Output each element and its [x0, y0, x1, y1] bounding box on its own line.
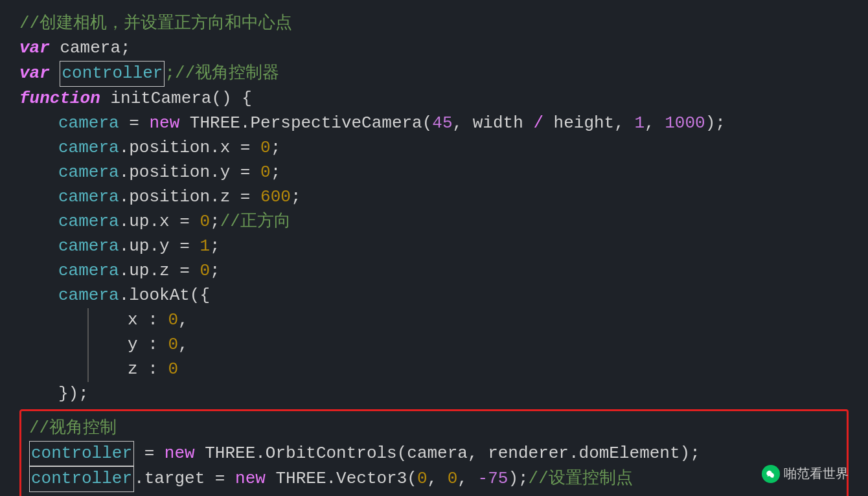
- controller-boxed-2: controller: [29, 441, 134, 467]
- camera-up-y-obj: camera: [58, 234, 119, 259]
- val-1-uy: 1: [200, 234, 210, 259]
- prop-y: y :: [128, 333, 168, 357]
- code-editor: //创建相机，并设置正方向和中心点 var camera; var contro…: [0, 0, 868, 496]
- code-line-up-y: camera .up.y = 1 ;: [19, 234, 849, 259]
- keyword-new1: new: [149, 111, 179, 136]
- val-v3-0b: 0: [448, 467, 458, 491]
- camera-up-x-obj: camera: [58, 210, 119, 234]
- val-x: 0: [168, 308, 178, 333]
- close-v3: );: [508, 467, 528, 491]
- code-line-x: x : 0 ,: [89, 308, 849, 333]
- var-camera-text: camera;: [50, 36, 131, 61]
- camera-up-z-obj: camera: [58, 259, 119, 284]
- equals1: =: [119, 111, 150, 136]
- vector3-text: THREE.Vector3(: [266, 467, 417, 491]
- camera-lookat-obj: camera: [58, 284, 119, 308]
- semi2: ;: [271, 161, 281, 185]
- code-line-close-obj: });: [19, 382, 849, 407]
- comma-y: ,: [178, 333, 188, 357]
- dot5: .up.y =: [119, 234, 200, 259]
- val-0-ux: 0: [200, 210, 210, 234]
- comma-v2: ,: [457, 467, 477, 491]
- lookat-text: .lookAt({: [119, 284, 210, 308]
- operator-div: /: [533, 111, 543, 136]
- code-line-controller1: controller = new THREE.OrbitControls(cam…: [29, 441, 839, 467]
- dot4: .up.x =: [119, 210, 200, 234]
- keyword-new3: new: [235, 467, 266, 491]
- keyword-var1: var: [19, 36, 50, 61]
- dot6: .up.z =: [119, 259, 200, 284]
- dot2: .position.y =: [119, 161, 260, 185]
- camera-pos-x-obj: camera: [58, 136, 119, 161]
- watermark-text: 啪范看世界: [784, 464, 849, 483]
- target-text: .target =: [134, 467, 235, 491]
- code-line-var-camera: var camera;: [19, 36, 849, 61]
- code-line-comment1: //创建相机，并设置正方向和中心点: [19, 12, 849, 36]
- semi5: ;: [210, 234, 220, 259]
- semi1: ;: [271, 136, 281, 161]
- val-v3-neg75: -75: [478, 467, 508, 491]
- semi3: ;: [291, 185, 301, 210]
- controller-boxed-1: controller: [60, 61, 165, 87]
- controller-boxed-3: controller: [29, 466, 134, 492]
- code-line-pos-x: camera .position.x = 0 ;: [19, 136, 849, 161]
- prop-z: z :: [128, 357, 168, 382]
- num-1000: 1000: [665, 111, 705, 136]
- semi4: ;: [210, 210, 220, 234]
- code-line-var-controller: var controller ;//视角控制器: [19, 61, 849, 87]
- close-brace-paren: });: [58, 382, 89, 407]
- comment-controller: ;//视角控制器: [165, 62, 279, 86]
- wechat-icon: [762, 465, 780, 483]
- equals2: =: [134, 442, 165, 466]
- comment-create-camera: //创建相机，并设置正方向和中心点: [19, 12, 292, 36]
- num-45: 45: [432, 111, 452, 136]
- dot3: .position.z =: [119, 185, 260, 210]
- code-line-comment-view: //视角控制: [29, 416, 839, 441]
- val-600: 600: [260, 185, 291, 210]
- keyword-var2: var: [19, 62, 50, 86]
- keyword-function: function: [19, 87, 100, 111]
- dot1: .position.x =: [119, 136, 260, 161]
- code-line-camera-new: camera = new THREE.PerspectiveCamera( 45…: [19, 111, 849, 136]
- prop-x: x :: [128, 308, 168, 333]
- comment-view-control: //视角控制: [29, 416, 117, 441]
- watermark: 啪范看世界: [762, 464, 849, 483]
- semi6: ;: [210, 259, 220, 284]
- orbit-controls-text: THREE.OrbitControls(camera, renderer.dom…: [195, 442, 700, 466]
- comma1: , width: [453, 111, 534, 136]
- close-paren1: );: [705, 111, 725, 136]
- code-line-controller2: controller .target = new THREE.Vector3( …: [29, 466, 839, 492]
- camera-pos-z-obj: camera: [58, 185, 119, 210]
- val-z: 0: [168, 357, 178, 382]
- camera-pos-y-obj: camera: [58, 161, 119, 185]
- comment-set-ctrl: //设置控制点: [529, 467, 633, 491]
- code-line-lookat: camera .lookAt({: [19, 284, 849, 308]
- comment-up: //正方向: [220, 210, 291, 234]
- val-0-px: 0: [260, 136, 271, 161]
- var-camera1: camera: [58, 111, 119, 136]
- height-text: height,: [543, 111, 634, 136]
- highlighted-section: //视角控制 controller = new THREE.OrbitContr…: [19, 409, 849, 496]
- space1: [50, 62, 60, 86]
- code-line-z: z : 0: [89, 357, 849, 382]
- function-name: initCamera() {: [100, 87, 252, 111]
- num-1: 1: [634, 111, 645, 136]
- code-line-function: function initCamera() {: [19, 87, 849, 111]
- val-v3-0a: 0: [417, 467, 428, 491]
- code-line-pos-z: camera .position.z = 600 ;: [19, 185, 849, 210]
- comma-v1: ,: [428, 467, 448, 491]
- val-0-uz: 0: [200, 259, 210, 284]
- keyword-new2: new: [165, 442, 195, 466]
- comma-x: ,: [178, 308, 188, 333]
- val-y: 0: [168, 333, 178, 357]
- code-line-y: y : 0 ,: [89, 333, 849, 357]
- val-0-py: 0: [260, 161, 271, 185]
- code-line-pos-y: camera .position.y = 0 ;: [19, 161, 849, 185]
- three-class1: THREE.PerspectiveCamera(: [179, 111, 432, 136]
- comma2: ,: [645, 111, 665, 136]
- code-line-up-z: camera .up.z = 0 ;: [19, 259, 849, 284]
- code-line-up-x: camera .up.x = 0 ; //正方向: [19, 210, 849, 234]
